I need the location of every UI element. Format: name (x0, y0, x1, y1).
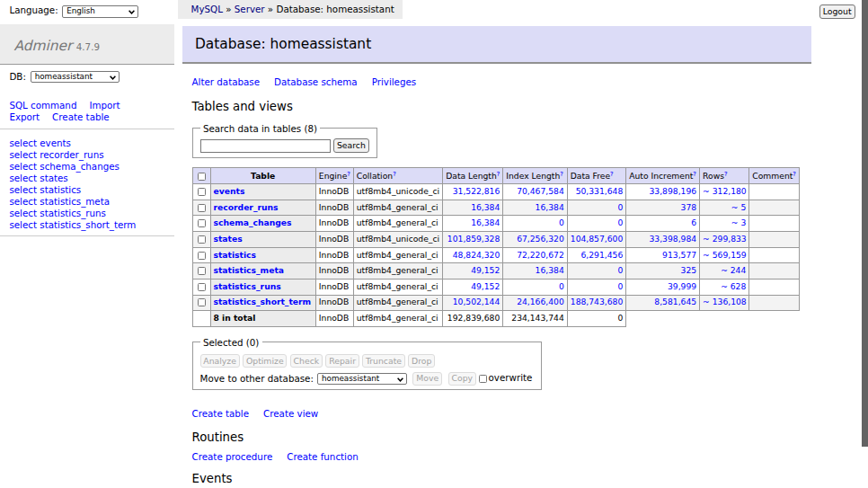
table-link-recorder_runs[interactable]: recorder_runs (40, 149, 103, 160)
help-link[interactable]: ? (560, 171, 563, 178)
search-input[interactable] (200, 139, 332, 153)
search-button[interactable]: Search (333, 138, 369, 152)
help-link[interactable]: ? (724, 171, 728, 178)
sidebar-link-sql-command[interactable]: SQL command (9, 100, 76, 111)
cell-link-data_free[interactable]: 188,743,680 (571, 297, 623, 306)
table-name-link-statistics_short_term[interactable]: statistics_short_term (214, 297, 312, 306)
select-link-schema_changes[interactable]: select (9, 161, 37, 172)
link-alter-database[interactable]: Alter database (192, 76, 261, 87)
overwrite-option[interactable]: overwrite (479, 372, 532, 383)
cell-link-data_length[interactable]: 31,522,816 (453, 186, 500, 196)
sidebar-link-import[interactable]: Import (89, 100, 120, 111)
table-name-link-states[interactable]: states (214, 234, 243, 244)
cell-link-rows[interactable]: ~ 569,159 (703, 250, 747, 260)
cell-link-data_free[interactable]: 6,291,456 (581, 250, 624, 260)
cell-link-data_free[interactable]: 0 (617, 281, 623, 291)
help-link[interactable]: ? (693, 171, 696, 178)
select-link-statistics_short_term[interactable]: select (9, 219, 37, 230)
table-link-statistics[interactable]: statistics (40, 184, 81, 195)
link-create-function[interactable]: Create function (287, 451, 359, 462)
cell-link-auto_increment[interactable]: 913,577 (662, 250, 696, 260)
cell-link-rows[interactable]: ~ 3 (731, 217, 746, 227)
cell-link-index_length[interactable]: 0 (559, 281, 564, 291)
cell-link-data_length[interactable]: 101,859,328 (447, 234, 500, 244)
optimize-button[interactable]: Optimize (243, 354, 287, 368)
row-checkbox-statistics_meta[interactable] (198, 267, 206, 275)
cell-link-rows[interactable]: ~ 299,833 (703, 234, 747, 244)
drop-button[interactable]: Drop (408, 354, 435, 368)
select-link-states[interactable]: select (9, 173, 37, 183)
check-button[interactable]: Check (290, 354, 323, 368)
select-link-events[interactable]: select (9, 138, 37, 148)
select-all-checkbox[interactable] (198, 173, 206, 181)
cell-link-data_length[interactable]: 16,384 (471, 217, 500, 227)
move-button[interactable]: Move (412, 372, 442, 386)
row-checkbox-states[interactable] (198, 235, 206, 244)
row-checkbox-statistics[interactable] (198, 252, 206, 260)
cell-link-rows[interactable]: ~ 136,108 (703, 297, 747, 306)
cell-link-data_free[interactable]: 0 (617, 217, 623, 227)
cell-link-index_length[interactable]: 72,220,672 (517, 250, 564, 260)
table-link-schema_changes[interactable]: schema_changes (40, 161, 120, 172)
row-checkbox-statistics_short_term[interactable] (198, 298, 206, 306)
logout-button[interactable]: Logout (819, 4, 855, 18)
row-checkbox-schema_changes[interactable] (198, 219, 206, 227)
cell-link-data_length[interactable]: 10,502,144 (453, 297, 500, 306)
help-link[interactable]: ? (347, 171, 350, 178)
table-name-link-schema_changes[interactable]: schema_changes (214, 217, 292, 227)
cell-link-index_length[interactable]: 24,166,400 (517, 297, 564, 306)
cell-link-index_length[interactable]: 16,384 (536, 202, 564, 212)
link-create-view[interactable]: Create view (263, 408, 318, 419)
row-checkbox-events[interactable] (198, 188, 206, 196)
db-select[interactable]: homeassistant (31, 71, 120, 83)
cell-link-auto_increment[interactable]: 33,398,984 (649, 234, 696, 244)
select-link-statistics_runs[interactable]: select (9, 208, 37, 218)
overwrite-checkbox[interactable] (479, 375, 487, 383)
help-link[interactable]: ? (497, 171, 500, 178)
cell-link-rows[interactable]: ~ 312,180 (703, 186, 747, 196)
sidebar-link-export[interactable]: Export (9, 111, 40, 122)
cell-link-index_length[interactable]: 0 (559, 217, 564, 227)
link-create-table[interactable]: Create table (192, 408, 250, 419)
cell-link-auto_increment[interactable]: 8,581,645 (654, 297, 696, 306)
select-link-recorder_runs[interactable]: select (9, 149, 37, 160)
cell-link-data_length[interactable]: 16,384 (471, 202, 500, 212)
link-create-procedure[interactable]: Create procedure (192, 451, 273, 462)
scrollbar-track[interactable] (862, 0, 868, 488)
table-name-link-recorder_runs[interactable]: recorder_runs (214, 202, 279, 212)
row-checkbox-recorder_runs[interactable] (198, 204, 206, 212)
repair-button[interactable]: Repair (325, 354, 359, 368)
select-link-statistics[interactable]: select (9, 184, 37, 195)
analyze-button[interactable]: Analyze (200, 354, 240, 368)
table-name-link-events[interactable]: events (214, 186, 245, 196)
cell-link-index_length[interactable]: 67,256,320 (517, 234, 564, 244)
link-privileges[interactable]: Privileges (372, 76, 417, 87)
cell-link-rows[interactable]: ~ 244 (721, 265, 746, 275)
help-link[interactable]: ? (610, 171, 614, 178)
link-database-schema[interactable]: Database schema (274, 76, 358, 87)
cell-link-data_length[interactable]: 49,152 (471, 265, 500, 275)
cell-link-auto_increment[interactable]: 325 (681, 265, 697, 275)
help-link[interactable]: ? (393, 171, 396, 178)
cell-link-data_free[interactable]: 50,331,648 (576, 186, 624, 196)
cell-link-data_free[interactable]: 104,857,600 (571, 234, 623, 244)
cell-link-data_length[interactable]: 48,824,320 (453, 250, 500, 260)
table-link-events[interactable]: events (40, 138, 71, 148)
table-name-link-statistics_runs[interactable]: statistics_runs (214, 281, 281, 291)
cell-link-auto_increment[interactable]: 33,898,196 (649, 186, 696, 196)
cell-link-rows[interactable]: ~ 5 (731, 202, 746, 212)
cell-link-auto_increment[interactable]: 39,999 (668, 281, 696, 291)
copy-button[interactable]: Copy (448, 372, 476, 386)
move-database-select[interactable]: homeassistant (317, 373, 407, 385)
table-link-statistics_meta[interactable]: statistics_meta (40, 196, 110, 207)
cell-link-data_length[interactable]: 49,152 (471, 281, 500, 291)
sidebar-link-create-table[interactable]: Create table (52, 111, 110, 122)
cell-link-index_length[interactable]: 16,384 (536, 265, 564, 275)
cell-link-auto_increment[interactable]: 6 (691, 217, 696, 227)
cell-link-auto_increment[interactable]: 378 (681, 202, 697, 212)
select-link-statistics_meta[interactable]: select (9, 196, 37, 207)
truncate-button[interactable]: Truncate (362, 354, 405, 368)
table-link-statistics_runs[interactable]: statistics_runs (40, 208, 106, 218)
cell-link-data_free[interactable]: 0 (617, 265, 623, 275)
scrollbar-thumb[interactable] (862, 0, 868, 447)
